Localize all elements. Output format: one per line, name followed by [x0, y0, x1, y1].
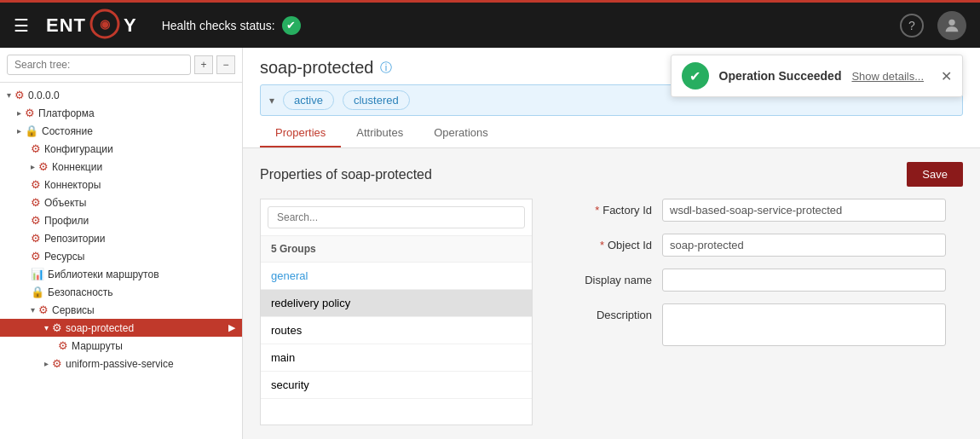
sidebar-item-state[interactable]: ▸ 🔒 Состояние	[0, 122, 242, 140]
field-label-object-id: *Object Id	[550, 234, 652, 251]
avatar[interactable]	[937, 11, 966, 40]
factory-id-input[interactable]	[662, 199, 946, 222]
sidebar-item-label: Ресурсы	[44, 251, 84, 263]
routes-lib-icon: 📊	[31, 268, 44, 280]
soap-protected-icon: ⚙	[52, 321, 62, 334]
sidebar-item-label: Репозитории	[44, 233, 106, 245]
info-icon[interactable]: ⓘ	[380, 61, 392, 76]
save-button[interactable]: Save	[907, 162, 963, 187]
sidebar-item-label: soap-protected	[66, 322, 134, 334]
tag-active[interactable]: active	[283, 90, 334, 110]
uniform-icon: ⚙	[52, 357, 62, 370]
sidebar-item-security[interactable]: 🔒 Безопасность	[0, 283, 242, 301]
chevron-icon: ▾	[44, 323, 49, 332]
sidebar-item-connections[interactable]: ▸ ⚙ Коннекции	[0, 158, 242, 176]
sidebar-item-label: Коннекторы	[44, 179, 101, 191]
chevron-icon: ▸	[17, 126, 21, 136]
logo-text: ENT	[46, 14, 86, 37]
group-item-general[interactable]: general	[261, 263, 532, 290]
logo-circle-svg: ◉	[89, 9, 120, 39]
notification-success-icon: ✔	[682, 62, 709, 90]
arrow-icon: ▶	[228, 322, 235, 333]
help-icon[interactable]: ?	[900, 14, 924, 38]
search-input[interactable]	[7, 55, 191, 75]
sidebar-item-routes[interactable]: ⚙ Маршруты	[0, 337, 242, 355]
field-row-description: Description	[550, 303, 946, 346]
groups-search-input[interactable]	[268, 206, 525, 228]
tab-properties[interactable]: Properties	[260, 119, 341, 147]
sidebar-item-label: Библиотеки маршрутов	[48, 269, 159, 280]
chevron-icon: ▾	[7, 90, 11, 100]
properties-body: 5 Groups general redelivery policy route…	[260, 199, 963, 425]
tab-attributes[interactable]: Attributes	[341, 119, 418, 147]
chevron-icon: ▸	[31, 162, 35, 171]
sidebar-item-routes-lib[interactable]: 📊 Библиотеки маршрутов	[0, 265, 242, 283]
header-right: ?	[900, 11, 966, 40]
expand-all-button[interactable]: +	[194, 55, 213, 74]
properties-area: Properties of soap-protected Save 5 Grou…	[243, 148, 980, 439]
tab-operations[interactable]: Operations	[418, 119, 504, 147]
platform-icon: ⚙	[25, 107, 35, 119]
sidebar-item-platform[interactable]: ▸ ⚙ Платформа	[0, 104, 242, 122]
health-dot: ✔	[282, 16, 301, 35]
collapse-all-button[interactable]: −	[216, 55, 235, 74]
sidebar: + − ▾ ⚙ 0.0.0.0 ▸ ⚙ Платформа ▸ 🔒 Состоя…	[0, 48, 243, 439]
logo-text-end: Y	[124, 14, 136, 37]
sidebar-item-profiles[interactable]: ⚙ Профили	[0, 211, 242, 229]
sidebar-item-config[interactable]: ⚙ Конфигурации	[0, 140, 242, 158]
properties-title: Properties of soap-protected	[260, 167, 432, 182]
routes-icon: ⚙	[58, 339, 68, 352]
fields-panel: *Factory Id *Object Id Display name	[533, 199, 963, 425]
connectors-icon: ⚙	[31, 178, 41, 191]
profiles-icon: ⚙	[31, 214, 41, 227]
group-item-security[interactable]: security	[261, 372, 532, 399]
group-item-redelivery[interactable]: redelivery policy	[261, 290, 532, 317]
svg-point-2	[948, 19, 954, 25]
show-details-link[interactable]: Show details...	[851, 70, 924, 83]
sidebar-item-label: Безопасность	[48, 286, 113, 298]
sidebar-item-connectors[interactable]: ⚙ Коннекторы	[0, 176, 242, 194]
sidebar-item-root[interactable]: ▾ ⚙ 0.0.0.0	[0, 86, 242, 104]
field-label-description: Description	[550, 303, 652, 321]
health-label: Health checks status:	[162, 19, 275, 32]
page-title: soap-protected	[260, 58, 373, 78]
description-textarea[interactable]	[662, 303, 946, 346]
sidebar-item-objects[interactable]: ⚙ Объекты	[0, 194, 242, 211]
object-id-input[interactable]	[662, 234, 946, 257]
display-name-input[interactable]	[662, 269, 946, 292]
config-icon: ⚙	[31, 142, 41, 155]
connections-icon: ⚙	[38, 160, 49, 173]
chevron-icon: ▸	[44, 359, 49, 368]
notification-text: Operation Succeeded	[719, 69, 842, 83]
notification-close-button[interactable]: ✕	[941, 68, 952, 84]
main-layout: + − ▾ ⚙ 0.0.0.0 ▸ ⚙ Платформа ▸ 🔒 Состоя…	[0, 48, 980, 439]
tag-clustered[interactable]: clustered	[343, 90, 410, 110]
sidebar-item-label: Коннекции	[52, 161, 102, 173]
sidebar-item-label: Объекты	[44, 197, 87, 209]
chevron-icon: ▸	[17, 108, 21, 118]
menu-icon[interactable]: ☰	[14, 15, 29, 36]
field-label-display-name: Display name	[550, 269, 652, 286]
sidebar-item-label: Сервисы	[52, 304, 95, 316]
groups-count: 5 Groups	[261, 236, 532, 263]
group-item-main[interactable]: main	[261, 344, 532, 372]
sidebar-item-resources[interactable]: ⚙ Ресурсы	[0, 247, 242, 265]
chevron-icon: ▾	[31, 305, 35, 315]
sidebar-item-services[interactable]: ▾ ⚙ Сервисы	[0, 301, 242, 319]
svg-text:◉: ◉	[100, 17, 111, 31]
groups-search	[261, 199, 532, 236]
notification-banner: ✔ Operation Succeeded Show details... ✕	[671, 55, 963, 97]
root-icon: ⚙	[14, 89, 25, 101]
sidebar-item-soap-protected[interactable]: ▾ ⚙ soap-protected ▶	[0, 319, 242, 337]
sidebar-item-repos[interactable]: ⚙ Репозитории	[0, 229, 242, 247]
sidebar-item-label: Платформа	[38, 107, 95, 119]
group-item-routes[interactable]: routes	[261, 317, 532, 344]
sidebar-item-uniform[interactable]: ▸ ⚙ uniform-passive-service	[0, 355, 242, 373]
sidebar-item-label: Профили	[44, 215, 89, 227]
tags-chevron[interactable]: ▾	[269, 95, 274, 107]
services-icon: ⚙	[38, 303, 49, 316]
groups-panel: 5 Groups general redelivery policy route…	[260, 199, 533, 425]
objects-icon: ⚙	[31, 196, 41, 209]
field-row-factory-id: *Factory Id	[550, 199, 946, 222]
logo-circle-wrapper: ◉	[89, 9, 120, 42]
